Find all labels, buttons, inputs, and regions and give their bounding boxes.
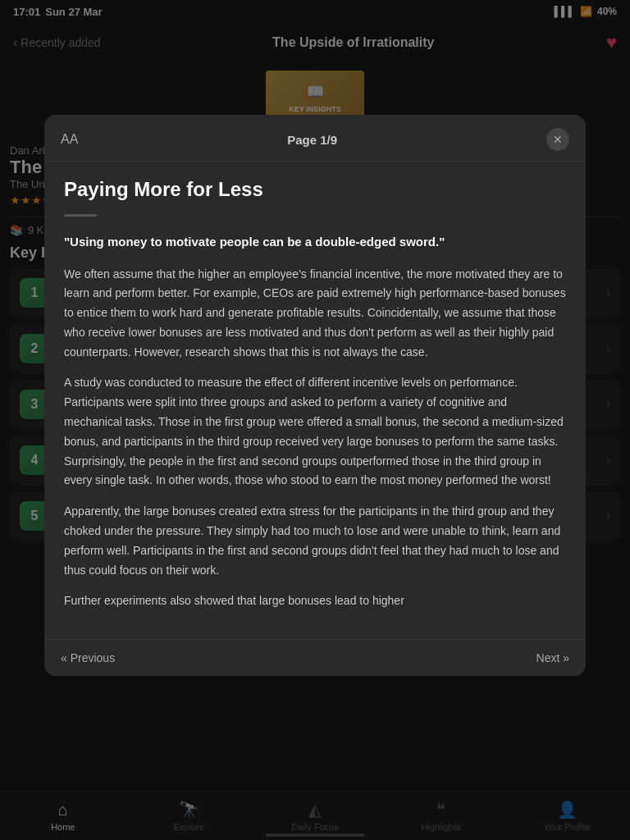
paragraph-3: Apparently, the large bonuses created ex… xyxy=(64,502,566,580)
title-divider xyxy=(64,214,97,217)
modal-body[interactable]: Paying More for Less "Using money to mot… xyxy=(44,162,586,639)
insight-modal: AA Page 1/9 ✕ Paying More for Less "Usin… xyxy=(44,115,586,676)
page-indicator: Page 1/9 xyxy=(287,133,337,147)
modal-footer: « Previous Next » xyxy=(44,639,586,676)
chapter-quote: "Using money to motivate people can be a… xyxy=(64,233,566,252)
chapter-title: Paying More for Less xyxy=(64,178,566,201)
paragraph-1: We often assume that the higher an emplo… xyxy=(64,265,566,363)
paragraph-2: A study was conducted to measure the eff… xyxy=(64,373,566,491)
font-size-control[interactable]: AA xyxy=(61,132,78,147)
modal-header: AA Page 1/9 ✕ xyxy=(44,115,586,162)
modal-overlay: AA Page 1/9 ✕ Paying More for Less "Usin… xyxy=(0,0,630,840)
next-button[interactable]: Next » xyxy=(536,651,569,664)
previous-button[interactable]: « Previous xyxy=(61,651,115,664)
paragraph-4: Further experiments also showed that lar… xyxy=(64,591,566,611)
close-button[interactable]: ✕ xyxy=(546,128,569,151)
